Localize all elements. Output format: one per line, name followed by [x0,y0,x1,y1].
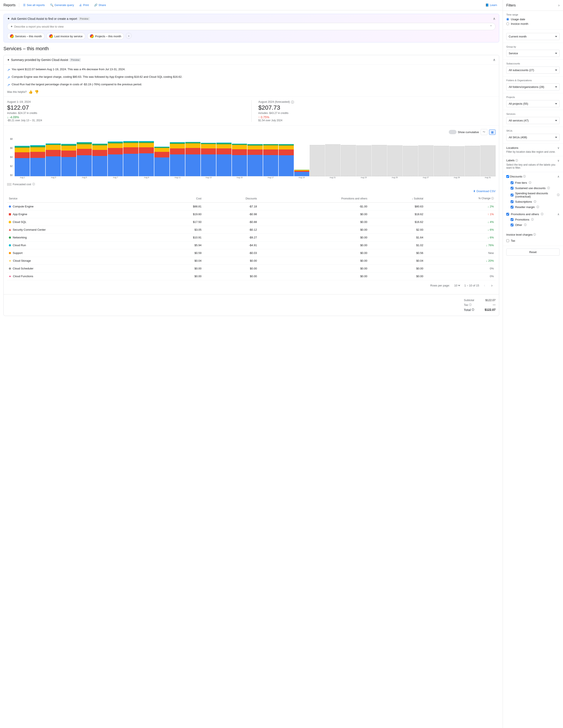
quick-chips: Services – this month Last invoice by se… [7,33,496,40]
invoice-month-radio[interactable]: Invoice month [506,22,560,25]
metric-card-forecasted: August 2024 (forecasted) ⓘ $207.73 inclu… [258,100,496,122]
summary-collapse-button[interactable]: ∧ [493,58,496,62]
chip-last-invoice[interactable]: Last invoice by service [46,33,85,40]
credits-section: Discounts ⓘ ∧ Free tiers ⓘ Sustained use… [503,172,563,230]
filters-sidebar: Filters › Time range Usage date Invoice … [503,0,563,728]
subaccounts-label: Subaccounts [506,62,560,65]
credits-chevron[interactable]: ∧ [557,175,560,178]
change-down-arrow: ↓ [7,115,9,119]
discounts-cell-1: -$0.98 [203,210,258,218]
bar-group-9 [139,138,154,176]
subscriptions-checkbox[interactable] [511,200,513,203]
filters-title: Filters [506,3,516,7]
x-label-30: Aug 31 [480,176,496,181]
other-checkbox[interactable] [511,224,513,226]
print-button[interactable]: 🖨 Print [77,2,91,8]
free-tiers-checkbox[interactable] [511,181,513,184]
line-chart-button[interactable]: 〜 [481,129,487,135]
generate-query-button[interactable]: 🔍 Generate query [48,2,76,8]
reseller-row[interactable]: Reseller margin ⓘ [506,204,560,210]
subscriptions-row[interactable]: Subscriptions ⓘ [506,199,560,204]
x-label-6: Aug 7 [108,176,123,181]
discounts-checkbox[interactable] [506,175,509,178]
credits-title: Discounts ⓘ ∧ [506,175,560,178]
chip-projects-month[interactable]: Projects – this month [87,33,124,40]
current-month-select[interactable]: Current month [506,33,560,40]
x-label-25 [403,176,418,181]
chips-next-button[interactable]: › [126,33,132,39]
change-cell-5: ↓ 76% [425,241,496,249]
metric-change-current: ↓ -4.09% [7,115,244,119]
thumbs-up-button[interactable]: 👍 [28,90,33,94]
labels-header[interactable]: Labels ⓘ ∨ [506,159,560,162]
labels-chevron: ∨ [557,159,560,162]
invoice-help-icon: ⓘ [533,233,536,236]
rows-per-page-select[interactable]: 10 25 50 [453,284,461,287]
table-row: ★Cloud Functions$0.00$0.00$0.00$0.000% [7,272,496,280]
subtotal-cell-0: $80.63 [369,203,425,210]
services-select[interactable]: All services (47) [506,117,560,124]
see-all-reports-button[interactable]: ☰ See all reports [21,2,47,8]
reseller-checkbox[interactable] [511,206,513,208]
total-value: $122.07 [485,308,496,312]
next-page-button[interactable]: › [490,283,494,288]
chip-services-month[interactable]: Services – this month [7,33,45,40]
skus-select[interactable]: All SKUs (408) [506,134,560,141]
sustained-checkbox[interactable] [511,187,513,190]
group-by-select[interactable]: Service [506,50,560,57]
promotions-row[interactable]: Promotions and others ⓘ ∧ [506,212,560,217]
change-cell-9: 0% [425,272,496,280]
x-label-26: Aug 27 [418,176,434,181]
share-button[interactable]: 🔗 Share [92,2,108,8]
services-section: Services All services (47) [503,110,563,127]
usage-date-radio[interactable]: Usage date [506,18,560,21]
show-cumulative-toggle[interactable]: Show cumulative [449,130,479,134]
free-tiers-row[interactable]: Free tiers ⓘ [506,180,560,185]
prev-page-button[interactable]: ‹ [483,283,487,288]
bar-chart-button[interactable]: ▦ [489,129,496,135]
promotions-checkbox[interactable] [506,213,509,216]
spending-row[interactable]: Spending based discounts (contractual) ⓘ [506,191,560,199]
folders-select[interactable]: All folders/organizations (28) [506,83,560,90]
sustained-row[interactable]: Sustained use discounts ⓘ [506,185,560,191]
toggle-switch[interactable] [449,130,457,134]
x-label-0: Aug 1 [15,176,30,181]
table-row: Support$0.59-$0.03$0.00$0.56New [7,249,496,257]
y-label-8: $8 [10,138,13,140]
invoice-month-radio-input[interactable] [506,22,509,25]
locations-chevron: ∨ [557,146,560,149]
usage-date-radio-input[interactable] [506,18,509,21]
gemini-header: ✦ Ask Gemini Cloud Assist to find or cre… [7,17,496,21]
tax-checkbox[interactable] [506,239,509,242]
table-row: Networking$10.91-$9.27$0.00$1.64↓ 6% [7,234,496,241]
promotions-sub-row[interactable]: Promotions ⓘ [506,217,560,222]
gemini-search-input[interactable] [14,25,490,28]
tax-checkbox-row[interactable]: Tax [506,238,560,243]
col-cost: Cost [158,194,203,203]
folders-label: Folders & Organizations [506,79,560,82]
service-dot: ★ [9,275,11,278]
x-label-18: Aug 19 [294,176,309,181]
promotions-chevron[interactable]: ∧ [557,213,560,216]
locations-header[interactable]: Locations ∨ [506,146,560,149]
x-label-16: Aug 17 [263,176,278,181]
x-label-11 [185,176,201,181]
spending-checkbox[interactable] [511,194,513,196]
thumbs-down-button[interactable]: 👎 [34,90,39,94]
learn-button[interactable]: 📘 Learn [483,2,499,8]
other-row[interactable]: Other ⓘ [506,222,560,228]
subaccounts-select[interactable]: All subaccounts (27) [506,67,560,74]
bar-group-16 [247,138,262,176]
cost-cell-8: $0.00 [158,265,203,272]
change-help-icon: ⓘ [491,197,494,200]
download-csv-button[interactable]: ⬇ Download CSV [473,190,496,193]
print-icon: 🖨 [79,3,82,7]
reset-button[interactable]: Reset [506,249,560,256]
service-cell-0: Compute Engine [7,203,158,210]
sidebar-expand-button[interactable]: › [558,3,560,8]
bar-group-5 [77,138,92,176]
bar-group-24 [372,138,387,176]
gemini-collapse-button[interactable]: ∧ [493,17,496,21]
promotions-sub-checkbox[interactable] [511,218,513,221]
projects-select[interactable]: All projects (55) [506,100,560,107]
